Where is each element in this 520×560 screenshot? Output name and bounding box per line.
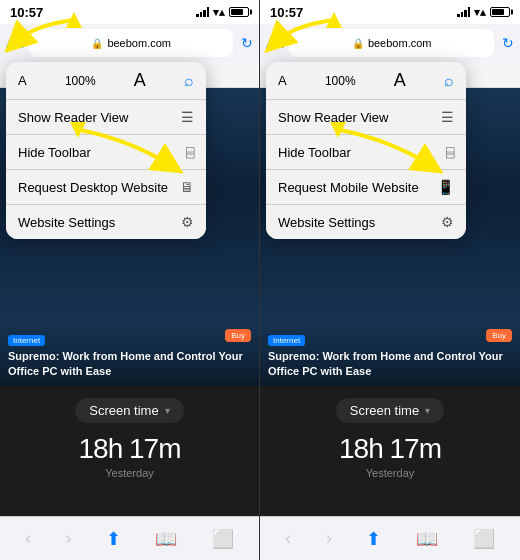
show-reader-view-right[interactable]: Show Reader View ☰ [266, 100, 466, 135]
buy-btn-right[interactable]: Buy [486, 329, 512, 342]
screen-time-pill-left[interactable]: Screen time ▾ [75, 398, 183, 423]
dropdown-menu-right: A 100% A ⌕ Show Reader View ☰ Hide Toolb… [266, 62, 466, 239]
article-title-left: Supremo: Work from Home and Control Your… [8, 349, 251, 378]
wifi-icon-left: ▾▴ [213, 6, 225, 19]
search-icon-left[interactable]: ⌕ [184, 72, 194, 90]
font-small-left[interactable]: A [18, 73, 27, 88]
time-display-left: 18h 17m [79, 433, 181, 465]
font-large-left[interactable]: A [134, 70, 146, 91]
screen-time-section-left: Screen time ▾ 18h 17m Yesterday [0, 386, 259, 516]
reload-button-right[interactable]: ↻ [502, 35, 514, 51]
left-panel: 10:57 ▾▴ AA 🔒 beebom.com ↻ A 100% A [0, 0, 260, 560]
font-percent-right: 100% [325, 74, 356, 88]
bookmarks-button-right[interactable]: 📖 [410, 524, 444, 554]
url-bar-right[interactable]: 🔒 beebom.com [289, 29, 494, 57]
share-button-left[interactable]: ⬆ [100, 524, 127, 554]
aa-button-left[interactable]: AA [6, 36, 23, 51]
dropdown-menu-left: A 100% A ⌕ Show Reader View ☰ Hide Toolb… [6, 62, 206, 239]
tabs-button-left[interactable]: ⬜ [206, 524, 240, 554]
share-button-right[interactable]: ⬆ [360, 524, 387, 554]
hide-toolbar-right[interactable]: Hide Toolbar ⌸ [266, 135, 466, 170]
screen-time-label-right: Screen time [350, 403, 419, 418]
font-percent-left: 100% [65, 74, 96, 88]
hide-toolbar-left[interactable]: Hide Toolbar ⌸ [6, 135, 206, 170]
forward-button-left[interactable]: › [60, 524, 78, 553]
battery-icon-left [229, 7, 249, 17]
buy-btn-left[interactable]: Buy [225, 329, 251, 342]
signal-icon-left [196, 7, 209, 17]
browser-bar-right: AA 🔒 beebom.com ↻ [260, 24, 520, 62]
yesterday-label-left: Yesterday [105, 467, 154, 479]
lock-icon-right: 🔒 [352, 38, 364, 49]
internet-badge-right: Internet [268, 335, 305, 346]
wifi-icon-right: ▾▴ [474, 6, 486, 19]
font-size-row-right[interactable]: A 100% A ⌕ [266, 62, 466, 100]
tabs-button-right[interactable]: ⬜ [467, 524, 501, 554]
font-small-right[interactable]: A [278, 73, 287, 88]
aa-button-right[interactable]: AA [266, 36, 283, 51]
lock-icon-left: 🔒 [91, 38, 103, 49]
website-settings-right[interactable]: Website Settings ⚙ [266, 205, 466, 239]
status-time-right: 10:57 [270, 5, 303, 20]
status-bar-right: 10:57 ▾▴ [260, 0, 520, 24]
internet-badge-left: Internet [8, 335, 45, 346]
screen-time-label-left: Screen time [89, 403, 158, 418]
search-icon-right[interactable]: ⌕ [444, 72, 454, 90]
url-text-right: beebom.com [368, 37, 432, 49]
url-text-left: beebom.com [107, 37, 171, 49]
hide-toolbar-icon-left: ⌸ [186, 144, 194, 160]
settings-icon-right: ⚙ [441, 214, 454, 230]
screen-time-pill-right[interactable]: Screen time ▾ [336, 398, 444, 423]
status-icons-left: ▾▴ [196, 6, 249, 19]
show-reader-view-left[interactable]: Show Reader View ☰ [6, 100, 206, 135]
forward-button-right[interactable]: › [320, 524, 338, 553]
back-button-left[interactable]: ‹ [19, 524, 37, 553]
font-large-right[interactable]: A [394, 70, 406, 91]
desktop-icon-left: 🖥 [180, 179, 194, 195]
battery-icon-right [490, 7, 510, 17]
browser-bar-left: AA 🔒 beebom.com ↻ [0, 24, 259, 62]
request-mobile-right[interactable]: Request Mobile Website 📱 [266, 170, 466, 205]
font-size-row-left[interactable]: A 100% A ⌕ [6, 62, 206, 100]
request-desktop-left[interactable]: Request Desktop Website 🖥 [6, 170, 206, 205]
hide-toolbar-icon-right: ⌸ [446, 144, 454, 160]
reader-view-icon-right: ☰ [441, 109, 454, 125]
screen-time-section-right: Screen time ▾ 18h 17m Yesterday [260, 386, 520, 516]
bottom-toolbar-right: ‹ › ⬆ 📖 ⬜ [260, 516, 520, 560]
mobile-icon-right: 📱 [437, 179, 454, 195]
chevron-down-icon-left: ▾ [165, 405, 170, 416]
status-bar-left: 10:57 ▾▴ [0, 0, 259, 24]
website-settings-left[interactable]: Website Settings ⚙ [6, 205, 206, 239]
back-button-right[interactable]: ‹ [279, 524, 297, 553]
reader-view-icon-left: ☰ [181, 109, 194, 125]
bottom-toolbar-left: ‹ › ⬆ 📖 ⬜ [0, 516, 259, 560]
settings-icon-left: ⚙ [181, 214, 194, 230]
right-panel: 10:57 ▾▴ AA 🔒 beebom.com ↻ A 100% A [260, 0, 520, 560]
reload-button-left[interactable]: ↻ [241, 35, 253, 51]
article-title-right: Supremo: Work from Home and Control Your… [268, 349, 512, 378]
status-time-left: 10:57 [10, 5, 43, 20]
bookmarks-button-left[interactable]: 📖 [149, 524, 183, 554]
status-icons-right: ▾▴ [457, 6, 510, 19]
time-display-right: 18h 17m [339, 433, 441, 465]
yesterday-label-right: Yesterday [366, 467, 415, 479]
signal-icon-right [457, 7, 470, 17]
chevron-down-icon-right: ▾ [425, 405, 430, 416]
url-bar-left[interactable]: 🔒 beebom.com [29, 29, 233, 57]
